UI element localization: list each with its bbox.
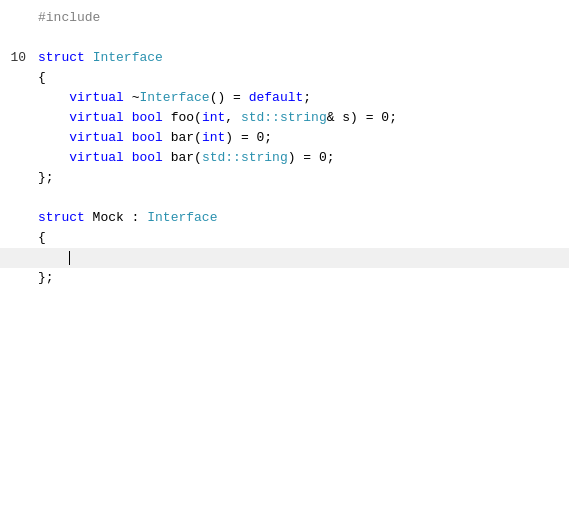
kw-int-1: int (202, 110, 225, 125)
line-blank-1 (0, 28, 569, 48)
line-content-vbs: virtual bool bar(std::string) = 0; (34, 148, 569, 168)
kw-virtual-1: virtual (69, 90, 124, 105)
kw-default: default (249, 90, 304, 105)
line-content-ob2: { (34, 228, 569, 248)
std-string-2: std::string (202, 150, 288, 165)
line-virtual-destructor: virtual ~Interface() = default; (0, 88, 569, 108)
line-blank-2 (0, 188, 569, 208)
type-interface-2: Interface (147, 210, 217, 225)
line-virtual-bar-string: virtual bool bar(std::string) = 0; (0, 148, 569, 168)
line-content-cb1: }; (34, 168, 569, 188)
line-content-cursor (34, 248, 569, 268)
open-brace-2: { (38, 230, 46, 245)
keyword-struct-2: struct (38, 210, 85, 225)
destructor-name: Interface (139, 90, 209, 105)
line-open-brace-1: { (0, 68, 569, 88)
line-content-10: struct Interface (34, 48, 569, 68)
line-1: #include (0, 8, 569, 28)
line-close-brace-1: }; (0, 168, 569, 188)
line-num-10: 10 (4, 48, 34, 68)
code-lines: #include 10 struct Interface { virtual ~… (0, 8, 569, 288)
kw-bool-1: bool (132, 110, 163, 125)
preprocessor-token: #include (38, 10, 108, 25)
line-content-cb2: }; (34, 268, 569, 288)
line-content-vd: virtual ~Interface() = default; (34, 88, 569, 108)
line-cursor[interactable] (0, 248, 569, 268)
code-editor[interactable]: #include 10 struct Interface { virtual ~… (0, 0, 569, 520)
kw-int-2: int (202, 130, 225, 145)
kw-virtual-3: virtual (69, 130, 124, 145)
type-interface: Interface (93, 50, 163, 65)
line-content-vbi: virtual bool bar(int) = 0; (34, 128, 569, 148)
close-brace-semi-1: }; (38, 170, 54, 185)
kw-bool-3: bool (132, 150, 163, 165)
line-open-brace-2: { (0, 228, 569, 248)
line-content-sm: struct Mock : Interface (34, 208, 569, 228)
line-close-brace-2: }; (0, 268, 569, 288)
line-virtual-foo: virtual bool foo(int, std::string& s) = … (0, 108, 569, 128)
keyword-struct: struct (38, 50, 85, 65)
line-content-1: #include (34, 8, 569, 28)
open-brace-1: { (38, 70, 46, 85)
kw-virtual-2: virtual (69, 110, 124, 125)
close-brace-semi-2: }; (38, 270, 54, 285)
line-content-vf: virtual bool foo(int, std::string& s) = … (34, 108, 569, 128)
line-struct-interface: 10 struct Interface (0, 48, 569, 68)
kw-virtual-4: virtual (69, 150, 124, 165)
line-content-ob1: { (34, 68, 569, 88)
kw-bool-2: bool (132, 130, 163, 145)
line-struct-mock: struct Mock : Interface (0, 208, 569, 228)
std-string-1: std::string (241, 110, 327, 125)
text-cursor (69, 251, 70, 265)
line-virtual-bar-int: virtual bool bar(int) = 0; (0, 128, 569, 148)
